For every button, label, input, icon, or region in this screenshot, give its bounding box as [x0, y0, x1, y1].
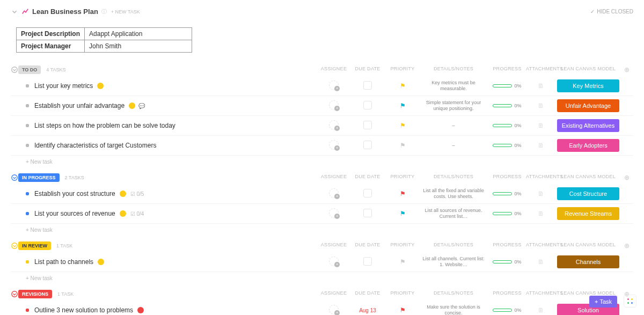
due-date-placeholder[interactable]	[363, 189, 372, 197]
status-dot-icon[interactable]	[26, 309, 29, 312]
apps-button[interactable]	[624, 295, 636, 307]
new-task-fab[interactable]: + Task	[589, 296, 617, 307]
collapse-icon[interactable]	[11, 8, 18, 16]
lean-canvas-tag[interactable]: Early Adopters	[557, 139, 619, 152]
due-date-placeholder[interactable]	[363, 81, 372, 90]
task-row[interactable]: Establish your cost structure ☑ 0/5 ⚑ Li…	[11, 184, 633, 204]
add-column-button[interactable]: ⊕	[620, 174, 633, 181]
status-dot-icon[interactable]	[26, 192, 29, 195]
task-notes[interactable]: Key metrics must be measurable.	[419, 80, 488, 92]
progress-bar[interactable]: 0%	[488, 143, 526, 148]
task-notes[interactable]: –	[419, 143, 488, 149]
task-title[interactable]: Identify characteristics of target Custo…	[34, 142, 156, 149]
due-date-placeholder[interactable]	[363, 141, 372, 149]
section-toggle-icon[interactable]	[11, 242, 18, 250]
assignee-placeholder[interactable]	[329, 188, 339, 198]
section-toggle-icon[interactable]	[11, 290, 18, 298]
task-notes[interactable]: List all channels. Current list: 1. Webs…	[419, 256, 488, 268]
assignee-placeholder[interactable]	[329, 208, 339, 218]
col-progress[interactable]: PROGRESS	[488, 174, 526, 181]
attachment-icon[interactable]: 🗎	[538, 142, 544, 149]
add-column-button[interactable]: ⊕	[620, 242, 633, 250]
col-notes[interactable]: DETAILS/NOTES	[419, 290, 488, 298]
col-duedate[interactable]: DUE DATE	[349, 174, 386, 181]
task-row[interactable]: List your sources of revenue ☑ 0/4 ⚑ Lis…	[11, 204, 633, 224]
col-duedate[interactable]: DUE DATE	[349, 290, 386, 298]
flag-icon[interactable]: ⚑	[400, 210, 406, 217]
progress-bar[interactable]: 0%	[488, 307, 526, 313]
assignee-placeholder[interactable]	[329, 257, 339, 266]
priority-chip-icon[interactable]	[129, 102, 135, 109]
task-notes[interactable]: –	[419, 123, 488, 129]
progress-bar[interactable]: 0%	[488, 259, 526, 265]
progress-bar[interactable]: 0%	[488, 211, 526, 216]
attachment-icon[interactable]: 🗎	[538, 102, 544, 109]
status-dot-icon[interactable]	[26, 84, 29, 87]
col-progress[interactable]: PROGRESS	[488, 290, 526, 298]
col-duedate[interactable]: DUE DATE	[349, 66, 386, 74]
info-icon[interactable]: ⓘ	[101, 8, 107, 16]
attachment-icon[interactable]: 🗎	[538, 258, 544, 266]
due-date-placeholder[interactable]	[363, 257, 372, 266]
priority-chip-icon[interactable]	[120, 210, 126, 217]
task-title[interactable]: Establish your unfair advantage	[34, 102, 125, 109]
col-priority[interactable]: PRIORITY	[386, 290, 419, 298]
status-pill[interactable]: IN PROGRESS	[18, 173, 60, 182]
priority-chip-icon[interactable]	[98, 259, 104, 265]
task-title[interactable]: List steps on how the problem can be sol…	[34, 122, 175, 129]
col-progress[interactable]: PROGRESS	[488, 242, 526, 250]
due-date-text[interactable]: Aug 13	[359, 307, 376, 313]
col-attachments[interactable]: ATTACHMENTS	[526, 174, 556, 181]
progress-bar[interactable]: 0%	[488, 103, 526, 108]
status-dot-icon[interactable]	[26, 124, 29, 127]
attachment-icon[interactable]: 🗎	[538, 210, 544, 217]
progress-bar[interactable]: 0%	[488, 123, 526, 128]
new-task-header-button[interactable]: + NEW TASK	[111, 9, 140, 14]
col-notes[interactable]: DETAILS/NOTES	[419, 66, 488, 74]
new-task-row[interactable]: + New task	[11, 224, 633, 234]
assignee-placeholder[interactable]	[329, 80, 339, 90]
task-notes[interactable]: Simple statement for your unique positio…	[419, 100, 488, 112]
lean-canvas-tag[interactable]: Key Metrics	[557, 79, 619, 92]
attachment-icon[interactable]: 🗎	[538, 82, 544, 90]
new-task-row[interactable]: + New task	[11, 272, 633, 282]
col-priority[interactable]: PRIORITY	[386, 66, 419, 74]
desc-value[interactable]: Adappt Application	[85, 28, 192, 40]
subtask-count[interactable]: ☑ 0/4	[130, 211, 144, 217]
assignee-placeholder[interactable]	[329, 140, 339, 150]
task-row[interactable]: Identify characteristics of target Custo…	[11, 136, 633, 156]
task-row[interactable]: List path to channels ⚑ List all channel…	[11, 252, 633, 272]
attachment-icon[interactable]: 🗎	[538, 306, 544, 314]
section-toggle-icon[interactable]	[11, 174, 18, 182]
task-notes[interactable]: Make sure the solution is concise.	[419, 304, 488, 315]
task-row[interactable]: Outline 3 new solution to problems Aug 1…	[11, 301, 633, 315]
status-pill[interactable]: IN REVIEW	[18, 241, 51, 250]
assignee-placeholder[interactable]	[329, 100, 339, 110]
task-title[interactable]: List your key metrics	[34, 82, 93, 90]
col-attachments[interactable]: ATTACHMENTS	[526, 290, 556, 298]
task-title[interactable]: Outline 3 new solution to problems	[34, 306, 133, 314]
task-row[interactable]: Establish your unfair advantage 💬 ⚑ Simp…	[11, 96, 633, 116]
status-dot-icon[interactable]	[26, 144, 29, 147]
col-lean-canvas[interactable]: LEAN CANVAS MODEL	[556, 174, 620, 181]
task-row[interactable]: List your key metrics ⚑ Key metrics must…	[11, 76, 633, 96]
mgr-value[interactable]: John Smith	[85, 40, 192, 53]
col-lean-canvas[interactable]: LEAN CANVAS MODEL	[556, 66, 620, 74]
col-priority[interactable]: PRIORITY	[386, 174, 419, 181]
task-title[interactable]: List your sources of revenue	[34, 210, 115, 217]
task-row[interactable]: List steps on how the problem can be sol…	[11, 116, 633, 136]
col-duedate[interactable]: DUE DATE	[349, 242, 386, 250]
task-title[interactable]: Establish your cost structure	[34, 190, 115, 197]
flag-icon[interactable]: ⚑	[400, 102, 406, 109]
attachment-icon[interactable]: 🗎	[538, 190, 544, 197]
assignee-placeholder[interactable]	[329, 120, 339, 130]
col-assignee[interactable]: ASSIGNEE	[319, 290, 349, 298]
priority-chip-icon[interactable]	[137, 307, 144, 313]
task-title[interactable]: List path to channels	[34, 258, 93, 266]
col-notes[interactable]: DETAILS/NOTES	[419, 242, 488, 250]
status-pill[interactable]: REVISIONS	[18, 290, 52, 298]
col-attachments[interactable]: ATTACHMENTS	[526, 242, 556, 250]
hide-closed-toggle[interactable]: ✓HIDE CLOSED	[590, 9, 633, 14]
due-date-placeholder[interactable]	[363, 209, 372, 217]
flag-icon[interactable]: ⚑	[400, 190, 406, 197]
